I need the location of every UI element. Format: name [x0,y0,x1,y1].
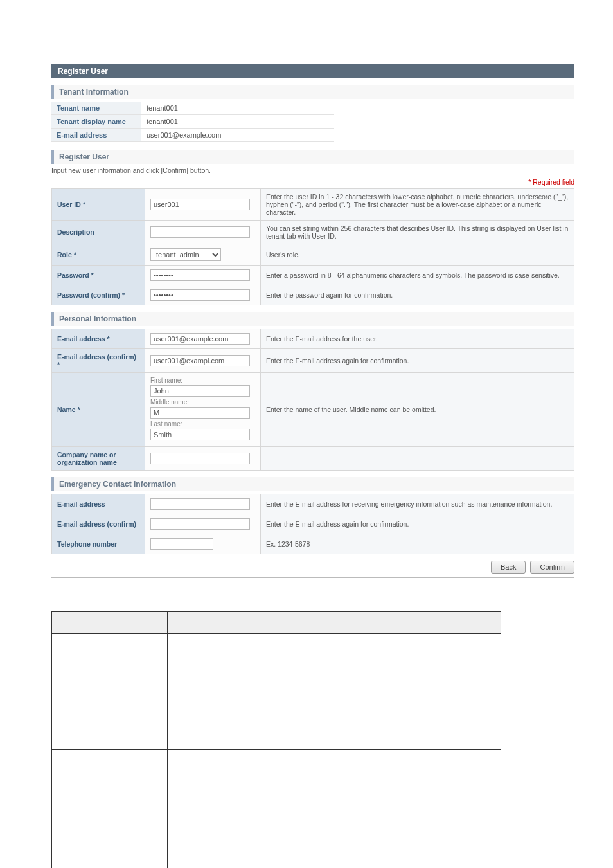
section-tenant-info: Tenant Information [51,85,574,99]
em-email-input[interactable] [150,498,250,510]
middle-name-input[interactable] [150,407,250,419]
tenant-email-label: E-mail address [51,129,141,142]
pi-email-confirm-input[interactable] [150,355,250,366]
tenant-email-value: user001@example.com [141,129,334,142]
confirm-button[interactable]: Confirm [530,561,574,574]
pi-email-label: E-mail address * [52,329,145,349]
description-input[interactable] [150,226,250,238]
em-telephone-input[interactable] [150,538,213,550]
pi-name-desc: Enter the name of the user. Middle name … [261,373,574,447]
pi-company-desc [261,447,574,471]
password-confirm-input[interactable] [150,289,250,301]
password-label: Password * [52,266,145,285]
description-desc: You can set string within 256 characters… [261,221,574,244]
user-id-desc: Enter the user ID in 1 - 32 characters w… [261,189,574,221]
pi-email-input[interactable] [150,333,250,345]
em-email-confirm-desc: Enter the E-mail address again for confi… [261,514,574,534]
lower-blank-table [51,611,501,868]
user-id-label: User ID * [52,189,145,221]
description-label: Description [52,221,145,244]
last-name-input[interactable] [150,429,250,440]
em-email-desc: Enter the E-mail address for receiving e… [261,494,574,514]
required-field-note: * Required field [51,178,574,186]
em-telephone-desc: Ex. 1234-5678 [261,534,574,554]
divider [51,577,574,578]
lower-th2 [168,612,501,634]
tenant-info-table: Tenant name tenant001 Tenant display nam… [51,102,334,142]
lower-r1c1 [52,634,168,750]
em-email-label: E-mail address [52,494,145,514]
password-confirm-desc: Enter the password again for confirmatio… [261,285,574,305]
lower-r2c2 [168,750,501,869]
back-button[interactable]: Back [491,561,526,574]
tenant-name-value: tenant001 [141,102,334,115]
lower-th1 [52,612,168,634]
pi-email-desc: Enter the E-mail address for the user. [261,329,574,349]
personal-info-table: E-mail address * Enter the E-mail addres… [51,329,574,471]
em-email-confirm-label: E-mail address (confirm) [52,514,145,534]
lower-r2c1 [52,750,168,869]
pi-email-confirm-desc: Enter the E-mail address again for confi… [261,349,574,373]
pi-email-confirm-label: E-mail address (confirm) * [52,349,145,373]
register-user-table: User ID * Enter the user ID in 1 - 32 ch… [51,188,574,305]
tenant-display-name-label: Tenant display name [51,115,141,129]
last-name-sublabel: Last name: [150,420,255,428]
password-desc: Enter a password in 8 - 64 alphanumeric … [261,266,574,285]
role-desc: User's role. [261,244,574,266]
section-emergency: Emergency Contact Information [51,477,574,491]
user-id-input[interactable] [150,199,250,210]
password-confirm-label: Password (confirm) * [52,285,145,305]
first-name-input[interactable] [150,385,250,397]
role-select[interactable]: tenant_admin [150,248,221,261]
tenant-display-name-value: tenant001 [141,115,334,129]
register-note: Input new user information and click [Co… [51,167,574,174]
middle-name-sublabel: Middle name: [150,399,255,406]
first-name-sublabel: First name: [150,377,255,384]
pi-name-label: Name * [52,373,145,447]
password-input[interactable] [150,269,250,281]
em-telephone-label: Telephone number [52,534,145,554]
page-header: Register User [51,64,574,78]
em-email-confirm-input[interactable] [150,518,250,530]
pi-company-label: Company name or organization name [52,447,145,471]
section-register-user: Register User [51,150,574,164]
tenant-name-label: Tenant name [51,102,141,115]
section-personal-info: Personal Information [51,312,574,326]
emergency-table: E-mail address Enter the E-mail address … [51,494,574,554]
lower-r1c2 [168,634,501,750]
pi-company-input[interactable] [150,453,250,464]
role-label: Role * [52,244,145,266]
